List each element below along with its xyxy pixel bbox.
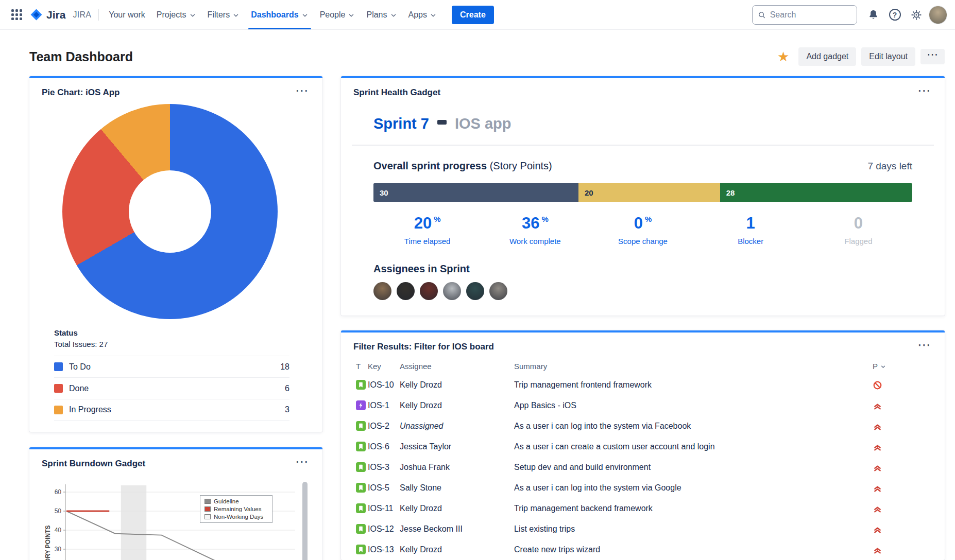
edit-layout-button[interactable]: Edit layout [861, 47, 915, 66]
column-header-assignee[interactable]: Assignee [400, 357, 514, 375]
issue-summary[interactable]: As a user i can log into the system via … [514, 478, 873, 498]
legend-value: 18 [280, 362, 289, 372]
sprint-stat-blocker: 1Blocker [697, 214, 805, 246]
sprint-stat-time-elapsed: 20%Time elapsed [373, 214, 481, 246]
pie-chart[interactable] [62, 104, 278, 319]
story-icon [356, 442, 366, 451]
issue-key[interactable]: IOS-3 [368, 457, 400, 478]
issue-summary[interactable]: List existing trips [514, 519, 873, 539]
issue-summary[interactable]: Create new trips wizard [514, 539, 873, 560]
issue-summary[interactable]: Trip management frontend framework [514, 375, 873, 395]
story-icon [356, 524, 366, 534]
issue-key[interactable]: IOS-6 [368, 436, 400, 457]
issue-assignee: Sally Stone [400, 478, 514, 498]
nav-item-label: Projects [157, 10, 186, 20]
search-input[interactable] [770, 10, 851, 20]
column-header-summary[interactable]: Summary [514, 357, 873, 375]
issue-key[interactable]: IOS-12 [368, 519, 400, 539]
days-left: 7 days left [867, 161, 912, 172]
column-header-key[interactable]: Key [368, 357, 400, 375]
issue-key[interactable]: IOS-13 [368, 539, 400, 560]
app-switcher-button[interactable] [6, 5, 27, 25]
gadget-more-button[interactable]: ⋯ [291, 86, 313, 99]
issue-row-ios-2[interactable]: IOS-2UnassignedAs a user i can log into … [341, 416, 945, 436]
assignee-avatar[interactable] [420, 282, 438, 300]
issue-row-ios-12[interactable]: IOS-12Jesse Beckom IIIList existing trip… [341, 519, 945, 539]
jira-logo[interactable]: Jira [27, 8, 69, 21]
priority-highest-icon [873, 422, 945, 431]
issue-key[interactable]: IOS-10 [368, 375, 400, 395]
nav-item-projects[interactable]: Projects [151, 0, 202, 29]
gadget-title: Sprint Burndown Gadget [42, 459, 145, 469]
add-gadget-button[interactable]: Add gadget [798, 47, 856, 66]
legend-swatch [54, 384, 63, 393]
issue-row-ios-6[interactable]: IOS-6Jessica TaylorAs a user i can creat… [341, 436, 945, 457]
progress-segment: 30 [373, 183, 578, 202]
sprint-assignees [373, 282, 912, 300]
legend-label: To Do [69, 362, 91, 372]
user-avatar-button[interactable] [928, 5, 948, 25]
pie-status-heading: Status [54, 328, 289, 337]
column-header-p[interactable]: P [873, 357, 945, 375]
sprint-name[interactable]: Sprint 7 [373, 115, 429, 132]
issue-row-ios-10[interactable]: IOS-10Kelly DrozdTrip management fronten… [341, 375, 945, 395]
page-header: Team Dashboard ★ Add gadget Edit layout … [29, 47, 945, 66]
issue-key[interactable]: IOS-11 [368, 498, 400, 519]
gadget-scrollbar-thumb[interactable] [302, 482, 308, 560]
issue-summary[interactable]: As a user i can create a custom user acc… [514, 436, 873, 457]
pie-legend-item[interactable]: In Progress3 [54, 399, 289, 421]
site-name: JIRA [73, 10, 91, 20]
legend-label: Done [69, 384, 89, 393]
favorite-star-button[interactable]: ★ [777, 50, 789, 63]
nav-item-plans[interactable]: Plans [361, 0, 402, 29]
issue-summary[interactable]: Trip management backend framework [514, 498, 873, 519]
issue-row-ios-11[interactable]: IOS-11Kelly DrozdTrip management backend… [341, 498, 945, 519]
issue-row-ios-1[interactable]: IOS-1Kelly DrozdApp Basics - iOS [341, 395, 945, 416]
assignee-avatar[interactable] [443, 282, 461, 300]
nav-item-your-work[interactable]: Your work [103, 0, 151, 29]
issue-row-ios-5[interactable]: IOS-5Sally StoneAs a user i can log into… [341, 478, 945, 498]
dashboard-more-button[interactable]: ⋯ [920, 49, 945, 64]
nav-item-apps[interactable]: Apps [403, 0, 442, 29]
settings-button[interactable] [907, 5, 926, 25]
priority-highest-icon [873, 463, 945, 472]
column-header-t[interactable]: T [341, 357, 368, 375]
chevron-down-icon [430, 12, 437, 19]
issue-key[interactable]: IOS-5 [368, 478, 400, 498]
board-name: IOS app [455, 115, 511, 132]
issue-summary[interactable]: App Basics - iOS [514, 395, 873, 416]
dashboard-main: Team Dashboard ★ Add gadget Edit layout … [0, 47, 955, 560]
issue-summary[interactable]: As a user i can log into the system via … [514, 416, 873, 436]
issue-key[interactable]: IOS-1 [368, 395, 400, 416]
progress-segment: 28 [720, 183, 912, 202]
help-button[interactable]: ? [885, 5, 905, 25]
pie-legend-item[interactable]: Done6 [54, 377, 289, 399]
issue-key[interactable]: IOS-2 [368, 416, 400, 436]
priority-highest-icon [873, 401, 945, 411]
burndown-legend-item: Remaining Values [204, 506, 268, 512]
assignee-avatar[interactable] [397, 282, 415, 300]
create-button[interactable]: Create [452, 6, 494, 24]
nav-item-filters[interactable]: Filters [202, 0, 246, 29]
assignee-avatar[interactable] [466, 282, 484, 300]
burndown-legend: GuidelineRemaining ValuesNon-Working Day… [200, 495, 272, 523]
legend-value: 3 [285, 405, 289, 414]
notifications-button[interactable] [863, 5, 883, 25]
issue-priority [873, 519, 945, 539]
assignee-avatar[interactable] [373, 282, 391, 300]
stat-label: Scope change [589, 237, 696, 246]
issue-type-cell [341, 478, 368, 498]
gadget-more-button[interactable]: ⋯ [913, 86, 935, 99]
pie-legend-item[interactable]: To Do18 [54, 356, 289, 377]
issue-summary[interactable]: Setup dev and and build environment [514, 457, 873, 478]
nav-item-people[interactable]: People [314, 0, 361, 29]
issue-row-ios-3[interactable]: IOS-3Joshua FrankSetup dev and and build… [341, 457, 945, 478]
gadget-more-button[interactable]: ⋯ [913, 341, 935, 353]
sprint-stats: 20%Time elapsed36%Work complete0%Scope c… [373, 214, 912, 246]
issue-row-ios-13[interactable]: IOS-13Kelly DrozdCreate new trips wizard [341, 539, 945, 560]
nav-item-dashboards[interactable]: Dashboards [245, 0, 314, 29]
search-box[interactable] [752, 5, 857, 25]
assignee-avatar[interactable] [489, 282, 507, 300]
gadget-more-button[interactable]: ⋯ [291, 458, 313, 470]
issue-assignee: Jessica Taylor [400, 436, 514, 457]
